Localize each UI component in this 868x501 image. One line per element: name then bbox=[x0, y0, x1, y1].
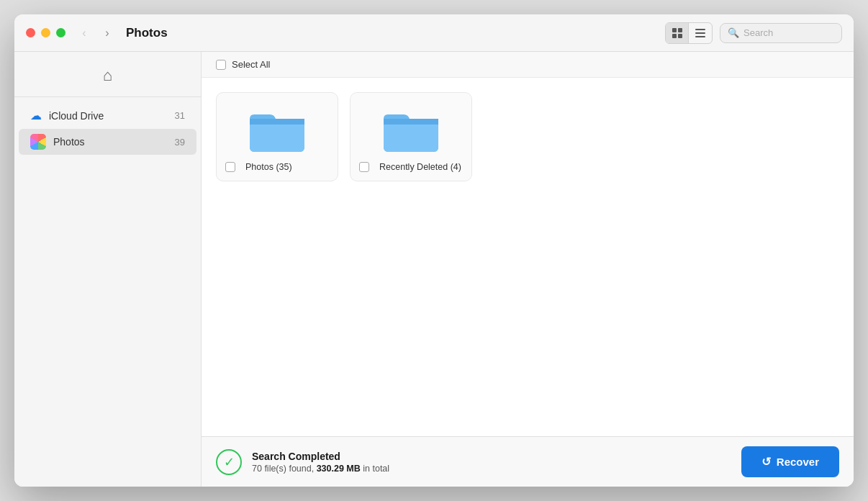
titlebar: ‹ › Photos bbox=[14, 14, 854, 52]
select-all-checkbox[interactable] bbox=[216, 60, 226, 70]
toolbar-right: 🔍 bbox=[665, 22, 842, 44]
search-input[interactable] bbox=[743, 27, 834, 38]
sidebar-divider bbox=[14, 96, 201, 97]
photos-icon bbox=[30, 134, 46, 150]
svg-rect-2 bbox=[672, 34, 677, 38]
recently-deleted-checkbox[interactable] bbox=[359, 162, 369, 172]
back-button[interactable]: ‹ bbox=[74, 23, 94, 43]
page-title: Photos bbox=[126, 26, 665, 40]
recover-icon: ↺ bbox=[761, 455, 771, 469]
svg-rect-1 bbox=[678, 28, 682, 32]
photos-folder-label: Photos (35) bbox=[245, 162, 292, 172]
folder-icon-wrapper bbox=[248, 104, 306, 155]
traffic-lights bbox=[26, 28, 65, 37]
recently-deleted-folder-label: Recently Deleted (4) bbox=[379, 162, 461, 172]
status-bar: ✓ Search Completed 70 file(s) found, 330… bbox=[202, 436, 854, 487]
svg-rect-5 bbox=[695, 32, 705, 34]
search-box: 🔍 bbox=[720, 23, 842, 43]
status-text: Search Completed 70 file(s) found, 330.2… bbox=[252, 451, 741, 474]
app-window: ‹ › Photos bbox=[14, 14, 854, 487]
view-toggle bbox=[665, 22, 713, 44]
svg-rect-12 bbox=[384, 119, 438, 125]
list-view-button[interactable] bbox=[689, 23, 712, 43]
svg-rect-4 bbox=[695, 29, 705, 30]
list-item[interactable]: Photos (35) bbox=[216, 92, 338, 181]
recently-deleted-folder-icon bbox=[382, 106, 440, 155]
sidebar-home: ⌂ bbox=[14, 60, 201, 91]
icloud-icon: ☁ bbox=[30, 109, 42, 122]
close-button[interactable] bbox=[26, 28, 35, 37]
svg-rect-3 bbox=[678, 34, 682, 38]
select-all-bar: Select All bbox=[202, 52, 854, 78]
sidebar-photos-label: Photos bbox=[53, 136, 175, 148]
nav-buttons: ‹ › bbox=[74, 23, 117, 43]
svg-rect-6 bbox=[695, 36, 705, 37]
list-item[interactable]: Recently Deleted (4) bbox=[350, 92, 472, 181]
grid-view-button[interactable] bbox=[666, 23, 689, 43]
minimize-button[interactable] bbox=[41, 28, 50, 37]
svg-rect-8 bbox=[250, 122, 304, 152]
folder-label-row: Recently Deleted (4) bbox=[359, 162, 463, 172]
folder-label-row: Photos (35) bbox=[225, 162, 329, 172]
status-detail-bold: 330.29 MB bbox=[317, 464, 361, 474]
svg-rect-11 bbox=[384, 122, 438, 152]
status-detail-suffix: in total bbox=[361, 464, 389, 474]
search-icon: 🔍 bbox=[728, 27, 739, 38]
status-detail-prefix: 70 file(s) found, bbox=[252, 464, 317, 474]
recover-label: Recover bbox=[777, 456, 819, 468]
select-all-label: Select All bbox=[232, 59, 270, 70]
folder-icon-wrapper bbox=[382, 104, 440, 155]
files-grid: Photos (35) Recen bbox=[202, 78, 854, 436]
folder-icon bbox=[248, 106, 306, 155]
content-area: Select All bbox=[202, 52, 854, 487]
sidebar-icloud-count: 31 bbox=[175, 110, 185, 121]
sidebar: ⌂ ☁ iCloud Drive 31 Photos 39 bbox=[14, 52, 202, 487]
forward-button[interactable]: › bbox=[97, 23, 117, 43]
status-title: Search Completed bbox=[252, 451, 741, 462]
svg-rect-0 bbox=[672, 28, 677, 32]
home-icon[interactable]: ⌂ bbox=[103, 66, 112, 85]
status-completed-icon: ✓ bbox=[216, 449, 242, 475]
sidebar-item-photos[interactable]: Photos 39 bbox=[19, 129, 196, 155]
sidebar-icloud-label: iCloud Drive bbox=[49, 110, 175, 122]
sidebar-item-icloud-drive[interactable]: ☁ iCloud Drive 31 bbox=[19, 104, 196, 127]
recover-button[interactable]: ↺ Recover bbox=[741, 446, 839, 477]
status-detail: 70 file(s) found, 330.29 MB in total bbox=[252, 464, 741, 474]
photos-folder-checkbox[interactable] bbox=[225, 162, 235, 172]
svg-rect-9 bbox=[250, 119, 304, 125]
main-content: ⌂ ☁ iCloud Drive 31 Photos 39 Select All bbox=[14, 52, 854, 487]
sidebar-photos-count: 39 bbox=[175, 137, 185, 148]
maximize-button[interactable] bbox=[56, 28, 65, 37]
